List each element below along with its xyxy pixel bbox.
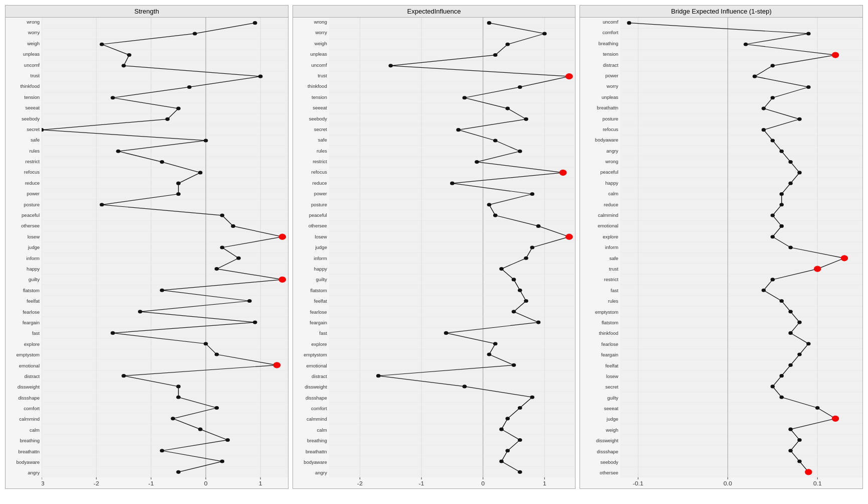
svg-point-189: [505, 417, 510, 420]
svg-point-160: [505, 107, 510, 110]
svg-point-287: [815, 406, 819, 410]
svg-point-60: [42, 128, 44, 132]
svg-point-68: [220, 214, 225, 217]
y-label: judge: [8, 245, 40, 250]
svg-point-183: [487, 352, 491, 356]
svg-point-88: [198, 428, 203, 431]
y-label: feargain: [295, 320, 327, 325]
y-label: secret: [8, 127, 40, 132]
y-label: fast: [582, 288, 618, 293]
y-label: comfort: [8, 406, 40, 411]
svg-point-171: [536, 224, 540, 228]
svg-point-286: [780, 396, 784, 399]
svg-text:-2: -2: [94, 481, 99, 486]
y-label: comfort: [582, 30, 618, 35]
y-label: fast: [295, 331, 327, 336]
svg-point-275: [771, 278, 775, 281]
svg-point-273: [841, 256, 848, 261]
svg-text:0.0: 0.0: [724, 481, 732, 486]
y-label: guilty: [582, 396, 618, 401]
y-label: worry: [295, 30, 327, 35]
svg-point-83: [121, 374, 126, 377]
y-label: uncomf: [295, 63, 327, 68]
svg-point-185: [376, 374, 381, 377]
svg-point-62: [116, 150, 120, 153]
y-labels-bridgeexpected: uncomfcomfortbreathingtensiondistractpow…: [580, 18, 620, 477]
y-label: restrict: [582, 277, 618, 282]
y-label: feargain: [8, 320, 40, 325]
y-label: inform: [8, 256, 40, 261]
svg-point-59: [165, 117, 170, 121]
y-label: emotional: [8, 363, 40, 368]
y-label: happy: [582, 181, 618, 186]
y-label: power: [8, 191, 40, 196]
y-label: breathing: [8, 438, 40, 443]
svg-point-155: [493, 53, 498, 57]
svg-point-57: [110, 96, 115, 99]
svg-point-78: [253, 321, 257, 324]
svg-point-55: [258, 75, 263, 78]
chart-panel-expectedinfluence: ExpectedInfluencewrongworryweighunpleasu…: [293, 5, 576, 489]
svg-point-251: [627, 21, 631, 25]
svg-point-283: [789, 363, 793, 367]
y-label: judge: [295, 245, 327, 250]
y-label: othersee: [295, 223, 327, 228]
svg-point-165: [475, 160, 479, 164]
chart-title-bridgeexpected: Bridge Expected Influence (1-step): [580, 6, 862, 18]
svg-point-269: [771, 214, 775, 217]
svg-point-263: [780, 150, 784, 153]
y-label: fearlose: [295, 310, 327, 315]
y-label: bodyaware: [295, 460, 327, 465]
svg-point-51: [193, 32, 197, 35]
svg-point-153: [542, 32, 547, 35]
y-label: fast: [8, 331, 40, 336]
svg-point-255: [771, 64, 775, 67]
y-label: seeeat: [8, 105, 40, 110]
y-label: dissshape: [582, 449, 618, 454]
y-label: unpleas: [295, 52, 327, 57]
y-label: posture: [295, 202, 327, 207]
y-label: calm: [582, 191, 618, 196]
svg-point-278: [789, 310, 793, 313]
y-label: flatstom: [295, 288, 327, 293]
svg-point-260: [798, 117, 802, 121]
chart-body-strength: wrongworryweighunpleasuncomftrustthinkfo…: [6, 18, 288, 477]
y-label: seebody: [8, 116, 40, 121]
svg-point-53: [127, 53, 131, 57]
y-label: othersee: [8, 223, 40, 228]
y-label: feelfat: [295, 299, 327, 304]
y-label: worry: [8, 30, 40, 35]
y-label: seeeat: [295, 105, 327, 110]
y-label: bodyaware: [8, 460, 40, 465]
svg-point-72: [236, 257, 241, 260]
y-label: breathattn: [295, 449, 327, 454]
svg-point-170: [493, 214, 498, 217]
y-label: wrong: [582, 159, 618, 164]
y-label: dissshape: [8, 396, 40, 401]
svg-point-259: [762, 107, 766, 110]
y-label: explore: [295, 342, 327, 347]
svg-point-292: [798, 459, 802, 463]
y-label: losew: [295, 234, 327, 239]
svg-point-174: [524, 257, 528, 260]
chart-panel-bridgeexpected: Bridge Expected Influence (1-step)uncomf…: [580, 5, 863, 489]
svg-point-293: [805, 469, 812, 475]
y-label: peaceful: [295, 213, 327, 218]
y-label: breathing: [582, 41, 618, 46]
y-label: bodyaware: [582, 138, 618, 143]
svg-point-82: [273, 362, 280, 368]
y-label: peaceful: [8, 213, 40, 218]
y-label: emptystom: [295, 352, 327, 357]
svg-point-265: [798, 171, 802, 174]
svg-point-291: [789, 449, 793, 452]
svg-point-73: [215, 267, 219, 271]
y-label: rules: [582, 299, 618, 304]
svg-point-159: [462, 96, 467, 99]
svg-point-252: [807, 32, 811, 35]
svg-point-164: [518, 150, 522, 153]
svg-point-64: [198, 171, 203, 174]
svg-point-188: [518, 406, 522, 410]
svg-point-258: [771, 96, 775, 99]
svg-text:-2: -2: [357, 481, 363, 486]
y-label: tension: [582, 52, 618, 57]
